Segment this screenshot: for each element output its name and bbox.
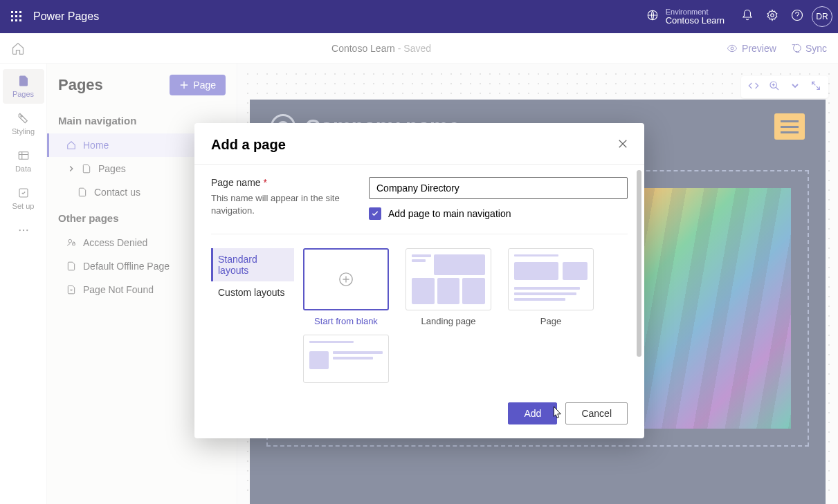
help-icon[interactable] bbox=[791, 9, 803, 24]
sync-button[interactable]: Sync bbox=[790, 43, 827, 54]
chevron-down-icon[interactable] bbox=[790, 80, 801, 94]
setup-icon bbox=[17, 187, 30, 199]
tree-access-denied-label: Access Denied bbox=[83, 237, 147, 248]
page-icon bbox=[82, 164, 91, 174]
command-bar: Contoso Learn - Saved Preview Sync bbox=[0, 33, 838, 64]
layout-blank[interactable]: Start from blank bbox=[301, 248, 391, 326]
layout-blank-label: Start from blank bbox=[314, 316, 378, 326]
person-lock-icon bbox=[66, 238, 76, 248]
preview-button[interactable]: Preview bbox=[727, 43, 776, 54]
environment-picker[interactable]: Environment Contoso Learn bbox=[646, 8, 725, 26]
top-bar: Power Pages Environment Contoso Learn DR bbox=[0, 0, 838, 33]
close-icon bbox=[618, 139, 628, 149]
svg-point-19 bbox=[69, 239, 72, 243]
svg-point-12 bbox=[731, 47, 734, 50]
left-rail: Pages Styling Data Set up bbox=[0, 64, 47, 504]
page-icon bbox=[66, 261, 76, 271]
tab-standard-layouts[interactable]: Standard layouts bbox=[211, 248, 294, 281]
page-name-input[interactable] bbox=[369, 177, 628, 199]
rail-data-label: Data bbox=[15, 165, 31, 173]
fullscreen-icon[interactable] bbox=[810, 80, 821, 94]
tree-contact-label: Contact us bbox=[94, 187, 140, 198]
layout-extra[interactable] bbox=[301, 335, 391, 383]
svg-rect-5 bbox=[19, 15, 21, 17]
page-error-icon bbox=[66, 285, 76, 295]
layout-landing[interactable]: Landing page bbox=[403, 248, 493, 326]
modal-add-button[interactable]: Add bbox=[508, 402, 557, 424]
svg-rect-7 bbox=[15, 19, 17, 21]
styling-icon bbox=[17, 112, 30, 124]
rail-pages[interactable]: Pages bbox=[3, 69, 44, 104]
environment-name: Contoso Learn bbox=[666, 16, 725, 26]
page-name-label: Page name * bbox=[211, 177, 356, 188]
add-page-button[interactable]: Page bbox=[170, 75, 226, 95]
zoom-icon[interactable] bbox=[769, 80, 780, 94]
svg-rect-3 bbox=[11, 15, 13, 17]
home-icon[interactable] bbox=[11, 41, 25, 55]
rail-setup-label: Set up bbox=[12, 202, 35, 210]
modal-close-button[interactable] bbox=[618, 139, 628, 151]
rail-styling[interactable]: Styling bbox=[3, 106, 44, 141]
add-page-label: Page bbox=[193, 80, 216, 91]
svg-rect-8 bbox=[19, 19, 21, 21]
layout-page-label: Page bbox=[540, 316, 561, 326]
modal-title: Add a page bbox=[211, 137, 286, 153]
data-icon bbox=[17, 149, 30, 162]
settings-icon[interactable] bbox=[766, 9, 778, 24]
svg-point-17 bbox=[22, 230, 24, 231]
svg-point-18 bbox=[26, 230, 28, 231]
modal-cancel-button[interactable]: Cancel bbox=[565, 402, 628, 424]
notifications-icon[interactable] bbox=[741, 9, 754, 24]
saved-status: - Saved bbox=[395, 43, 431, 54]
svg-rect-1 bbox=[15, 11, 17, 13]
plus-icon bbox=[179, 80, 189, 90]
chevron-right-icon bbox=[66, 164, 76, 174]
app-name: Power Pages bbox=[33, 10, 99, 23]
svg-point-10 bbox=[771, 14, 774, 17]
page-icon bbox=[17, 75, 30, 87]
page-icon bbox=[78, 187, 87, 197]
site-breadcrumb: Contoso Learn - Saved bbox=[36, 43, 727, 54]
tab-custom-layouts[interactable]: Custom layouts bbox=[211, 281, 294, 304]
preview-label: Preview bbox=[742, 43, 776, 54]
layout-landing-label: Landing page bbox=[421, 316, 476, 326]
tree-pages-label: Pages bbox=[98, 163, 126, 174]
check-icon bbox=[371, 209, 379, 218]
home-icon bbox=[66, 140, 76, 150]
svg-point-13 bbox=[20, 115, 21, 117]
eye-icon bbox=[727, 43, 738, 54]
modal-scrollbar[interactable] bbox=[637, 170, 641, 357]
site-name-label: Contoso Learn bbox=[331, 43, 395, 54]
tree-home-label: Home bbox=[83, 140, 109, 151]
app-launcher-icon[interactable] bbox=[6, 6, 28, 28]
sync-label: Sync bbox=[805, 43, 827, 54]
svg-point-11 bbox=[792, 10, 803, 21]
svg-rect-2 bbox=[19, 11, 21, 13]
environment-icon bbox=[646, 9, 659, 24]
rail-data[interactable]: Data bbox=[3, 144, 44, 178]
add-to-nav-label: Add page to main navigation bbox=[388, 208, 511, 219]
tree-offline-label: Default Offline Page bbox=[83, 261, 170, 272]
add-to-nav-checkbox[interactable] bbox=[369, 207, 381, 220]
rail-more[interactable] bbox=[3, 218, 44, 245]
rail-styling-label: Styling bbox=[12, 127, 35, 136]
panel-title: Pages bbox=[58, 76, 103, 94]
svg-rect-14 bbox=[19, 152, 28, 160]
add-page-modal: Add a page Page name * This name will ap… bbox=[194, 123, 644, 438]
canvas-toolbar bbox=[741, 76, 828, 98]
svg-rect-4 bbox=[15, 15, 17, 17]
user-avatar[interactable]: DR bbox=[812, 6, 832, 27]
layout-page[interactable]: Page bbox=[506, 248, 596, 326]
more-icon bbox=[17, 224, 30, 236]
sync-icon bbox=[790, 43, 801, 54]
hamburger-icon[interactable] bbox=[774, 113, 805, 140]
rail-setup[interactable]: Set up bbox=[3, 181, 44, 216]
page-name-hint: This name will appear in the site naviga… bbox=[211, 192, 356, 217]
svg-rect-6 bbox=[11, 19, 13, 21]
code-icon[interactable] bbox=[748, 80, 759, 94]
svg-rect-0 bbox=[11, 11, 13, 13]
tree-notfound-label: Page Not Found bbox=[83, 284, 154, 295]
svg-point-16 bbox=[19, 230, 20, 231]
rail-pages-label: Pages bbox=[12, 90, 34, 98]
plus-circle-icon bbox=[338, 272, 354, 287]
